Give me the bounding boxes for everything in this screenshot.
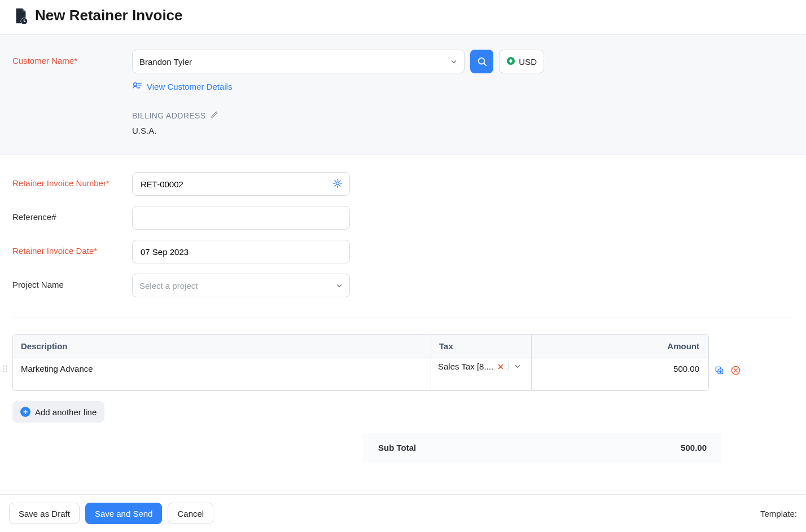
search-icon — [477, 56, 487, 67]
retainer-number-field-wrap — [132, 172, 350, 196]
x-icon — [498, 364, 503, 370]
retainer-date-label: Retainer Invoice Date* — [12, 240, 132, 257]
retainer-number-settings-button[interactable] — [332, 178, 343, 190]
reference-label: Reference# — [12, 206, 132, 223]
svg-point-5 — [134, 83, 137, 86]
chevron-down-icon — [514, 363, 521, 370]
items-table: Description Tax Amount Marketing Advance… — [12, 334, 709, 391]
svg-point-7 — [3, 366, 4, 367]
section-divider — [12, 318, 794, 318]
col-header-description: Description — [13, 335, 431, 358]
currency-icon — [506, 56, 515, 67]
clone-icon — [715, 366, 724, 375]
project-name-label: Project Name — [12, 274, 132, 291]
svg-point-12 — [6, 371, 7, 372]
add-line-label: Add another line — [35, 407, 97, 417]
reference-input[interactable] — [139, 213, 343, 223]
totals-panel: Sub Total 500.00 — [363, 433, 721, 463]
billing-address-value: U.S.A. — [132, 126, 544, 135]
item-tax-clear-button[interactable] — [496, 362, 506, 371]
retainer-number-input[interactable] — [139, 179, 332, 190]
project-select[interactable]: Select a project — [132, 274, 350, 297]
user-card-icon — [132, 81, 142, 91]
view-customer-details-link[interactable]: View Customer Details — [132, 81, 544, 91]
plus-circle-icon: + — [20, 407, 30, 417]
customer-name-label: Customer Name* — [12, 50, 132, 67]
billing-address-label: BILLING ADDRESS — [132, 111, 206, 120]
svg-point-9 — [3, 368, 4, 370]
item-amount-cell[interactable]: 500.00 — [531, 358, 708, 390]
subtotal-label: Sub Total — [378, 443, 416, 452]
item-tax-select[interactable]: Sales Tax [8.... — [438, 362, 528, 371]
view-customer-details-text: View Customer Details — [147, 82, 232, 91]
svg-point-10 — [6, 368, 7, 370]
retainer-date-field-wrap — [132, 240, 350, 263]
svg-point-11 — [3, 371, 4, 372]
customer-select-value: Brandon Tyler — [139, 57, 192, 67]
currency-code: USD — [519, 57, 537, 67]
details-section: Retainer Invoice Number* Reference# Reta… — [0, 155, 806, 463]
pencil-icon — [211, 111, 218, 118]
drag-icon — [2, 364, 8, 373]
svg-point-6 — [336, 182, 339, 184]
customer-select[interactable]: Brandon Tyler — [132, 50, 465, 73]
col-header-amount: Amount — [531, 335, 708, 358]
table-row: Marketing Advance Sales Tax [8.... — [13, 358, 708, 390]
retainer-number-label: Retainer Invoice Number* — [12, 172, 132, 189]
gear-icon — [332, 178, 343, 188]
project-select-placeholder: Select a project — [139, 281, 198, 291]
reference-field-wrap — [132, 206, 350, 230]
page-header: New Retainer Invoice — [0, 0, 806, 35]
item-tax-value: Sales Tax [8.... — [438, 362, 493, 371]
billing-address-block: BILLING ADDRESS U.S.A. — [132, 111, 544, 135]
subtotal-value: 500.00 — [681, 443, 707, 452]
customer-search-button[interactable] — [470, 50, 493, 73]
item-tax-dropdown-button[interactable] — [508, 362, 521, 371]
item-description-cell[interactable]: Marketing Advance — [13, 358, 431, 390]
chevron-down-icon — [450, 58, 457, 65]
currency-selector[interactable]: USD — [499, 50, 544, 73]
chevron-down-icon — [336, 282, 343, 289]
svg-point-2 — [478, 58, 484, 64]
row-drag-handle[interactable] — [2, 364, 8, 375]
customer-section: Customer Name* Brandon Tyler — [0, 35, 806, 155]
edit-billing-button[interactable] — [211, 111, 218, 120]
delete-row-button[interactable] — [731, 366, 741, 377]
remove-circle-icon — [731, 366, 741, 375]
svg-point-8 — [6, 366, 7, 367]
clone-row-button[interactable] — [715, 366, 724, 377]
add-line-button[interactable]: + Add another line — [12, 401, 104, 423]
retainer-date-input[interactable] — [139, 247, 343, 257]
page-title: New Retainer Invoice — [35, 7, 183, 24]
col-header-tax: Tax — [431, 335, 531, 358]
invoice-doc-icon — [12, 7, 29, 24]
